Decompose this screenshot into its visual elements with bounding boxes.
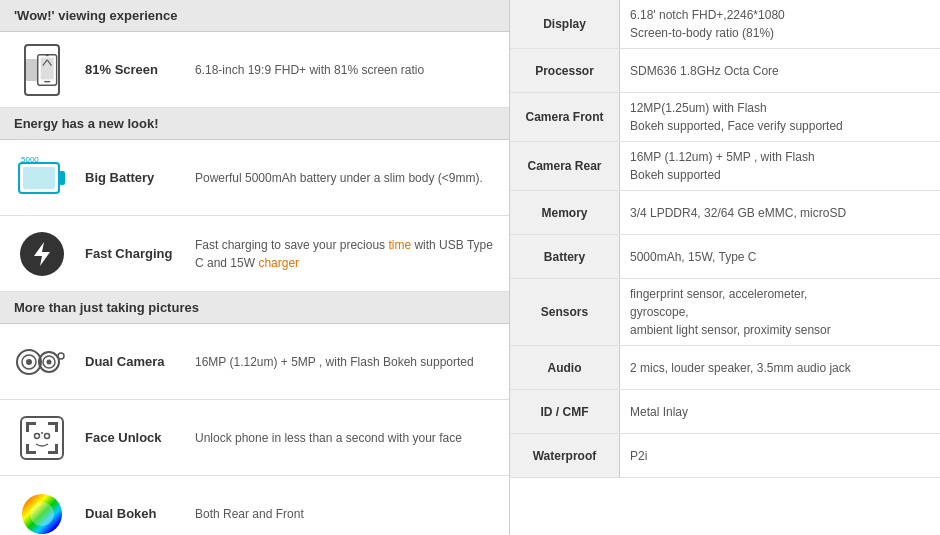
svg-rect-7 [59,171,65,185]
feature-row-screen: 81% Screen 6.18-inch 19:9 FHD+ with 81% … [0,32,509,108]
section-header-energy: Energy has a new look! [0,108,509,140]
svg-rect-1 [41,57,54,79]
section-header-camera: More than just taking pictures [0,292,509,324]
svg-rect-8 [23,167,55,189]
highlight-time: time [388,238,411,252]
right-panel: Display6.18' notch FHD+,2246*1080 Screen… [510,0,940,535]
spec-label: Memory [510,191,620,234]
bokeh-icon [14,486,69,535]
face-unlock-icon [14,410,69,465]
spec-label: Sensors [510,279,620,345]
spec-value: 2 mics, louder speaker, 3.5mm audio jack [620,346,861,389]
svg-rect-23 [26,444,29,454]
spec-label: Waterproof [510,434,620,477]
svg-point-17 [58,353,64,359]
feature-name-bokeh: Dual Bokeh [85,506,195,521]
feature-name-face-unlock: Face Unlock [85,430,195,445]
svg-point-27 [44,433,49,438]
spec-value: 16MP (1.12um) + 5MP , with Flash Bokeh s… [620,142,825,190]
spec-row: Memory3/4 LPDDR4, 32/64 GB eMMC, microSD [510,191,940,235]
left-panel: 'Wow!' viewing experience 81% Screen 6.1… [0,0,510,535]
spec-label: Display [510,0,620,48]
spec-row: Sensorsfingerprint sensor, accelerometer… [510,279,940,346]
feature-name-fast-charge: Fast Charging [85,246,195,261]
svg-point-16 [46,359,51,364]
feature-desc-fast-charge: Fast charging to save your precious time… [195,236,495,272]
section-header-wow: 'Wow!' viewing experience [0,0,509,32]
svg-rect-25 [55,444,58,454]
feature-row-fast-charge: Fast Charging Fast charging to save your… [0,216,509,292]
feature-row-face-unlock: Face Unlock Unlock phone in less than a … [0,400,509,476]
svg-marker-10 [34,242,50,266]
battery-icon: 5000 [14,150,69,205]
spec-label: Camera Rear [510,142,620,190]
feature-name-screen: 81% Screen [85,62,195,77]
spec-value: 12MP(1.25um) with Flash Bokeh supported,… [620,93,853,141]
spec-value: SDM636 1.8GHz Octa Core [620,49,789,92]
spec-value: P2i [620,434,657,477]
svg-rect-19 [26,422,29,432]
spec-value: 5000mAh, 15W, Type C [620,235,767,278]
spec-label: Audio [510,346,620,389]
spec-value: 3/4 LPDDR4, 32/64 GB eMMC, microSD [620,191,856,234]
svg-rect-21 [55,422,58,432]
spec-row: Audio2 mics, louder speaker, 3.5mm audio… [510,346,940,390]
spec-row: Camera Front12MP(1.25um) with Flash Boke… [510,93,940,142]
phone-icon [14,42,69,97]
feature-desc-dual-cam: 16MP (1.12um) + 5MP , with Flash Bokeh s… [195,353,474,371]
svg-text:5000: 5000 [21,157,39,164]
spec-label: Processor [510,49,620,92]
spec-value: 6.18' notch FHD+,2246*1080 Screen-to-bod… [620,0,795,48]
spec-row: Camera Rear16MP (1.12um) + 5MP , with Fl… [510,142,940,191]
feature-desc-face-unlock: Unlock phone in less than a second with … [195,429,462,447]
feature-row-dual-cam: Dual Camera 16MP (1.12um) + 5MP , with F… [0,324,509,400]
feature-row-bokeh: Dual Bokeh Both Rear and Front [0,476,509,535]
spec-label: ID / CMF [510,390,620,433]
spec-value: Metal Inlay [620,390,698,433]
spec-row: WaterproofP2i [510,434,940,478]
dual-cam-icon [14,334,69,389]
spec-row: Battery5000mAh, 15W, Type C [510,235,940,279]
fast-charge-icon [14,226,69,281]
spec-row: ID / CMFMetal Inlay [510,390,940,434]
svg-point-13 [26,359,32,365]
spec-label: Camera Front [510,93,620,141]
svg-point-26 [34,433,39,438]
spec-row: Display6.18' notch FHD+,2246*1080 Screen… [510,0,940,49]
spec-value: fingerprint sensor, accelerometer, gyros… [620,279,841,345]
feature-desc-bokeh: Both Rear and Front [195,505,304,523]
feature-name-dual-cam: Dual Camera [85,354,195,369]
highlight-charger: charger [258,256,299,270]
spec-row: ProcessorSDM636 1.8GHz Octa Core [510,49,940,93]
feature-row-battery: 5000 Big Battery Powerful 5000mAh batter… [0,140,509,216]
feature-name-battery: Big Battery [85,170,195,185]
spec-label: Battery [510,235,620,278]
svg-point-30 [30,502,54,526]
feature-desc-battery: Powerful 5000mAh battery under a slim bo… [195,169,483,187]
feature-desc-screen: 6.18-inch 19:9 FHD+ with 81% screen rati… [195,61,424,79]
